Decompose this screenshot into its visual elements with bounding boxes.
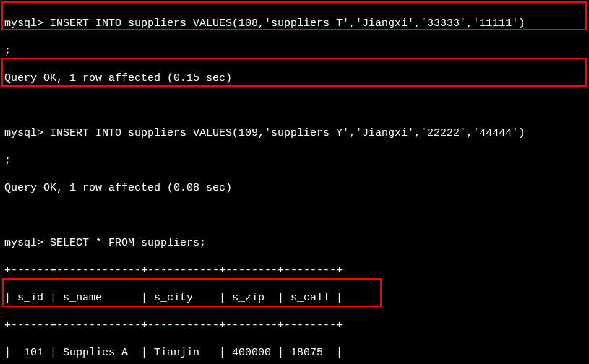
insert1-command: INSERT INTO suppliers VALUES(108,'suppli…: [50, 17, 525, 30]
mysql-prompt: mysql>: [4, 17, 43, 30]
insert2-line: mysql> INSERT INTO suppliers VALUES(109,…: [4, 126, 585, 140]
blank-line: [4, 209, 585, 222]
terminal-output[interactable]: mysql> INSERT INTO suppliers VALUES(108,…: [0, 0, 589, 364]
insert2-result: Query OK, 1 row affected (0.08 sec): [4, 181, 585, 195]
mysql-prompt: mysql>: [4, 237, 43, 249]
insert1-end: ;: [4, 44, 585, 58]
insert1-line: mysql> INSERT INTO suppliers VALUES(108,…: [4, 17, 585, 30]
table-border-top: +------+-------------+-----------+------…: [4, 264, 585, 277]
insert2-command: INSERT INTO suppliers VALUES(109,'suppli…: [50, 127, 525, 139]
table-header: | s_id | s_name | s_city | s_zip | s_cal…: [4, 291, 585, 305]
blank-line: [4, 99, 585, 113]
select-line: mysql> SELECT * FROM suppliers;: [4, 236, 585, 250]
select-command: SELECT * FROM suppliers;: [50, 237, 206, 249]
mysql-prompt: mysql>: [4, 127, 43, 139]
table-row: | 101 | Supplies A | Tianjin | 400000 | …: [4, 346, 585, 360]
insert1-result: Query OK, 1 row affected (0.15 sec): [4, 72, 585, 85]
table-border-mid: +------+-------------+-----------+------…: [4, 318, 585, 332]
insert2-end: ;: [4, 154, 585, 168]
